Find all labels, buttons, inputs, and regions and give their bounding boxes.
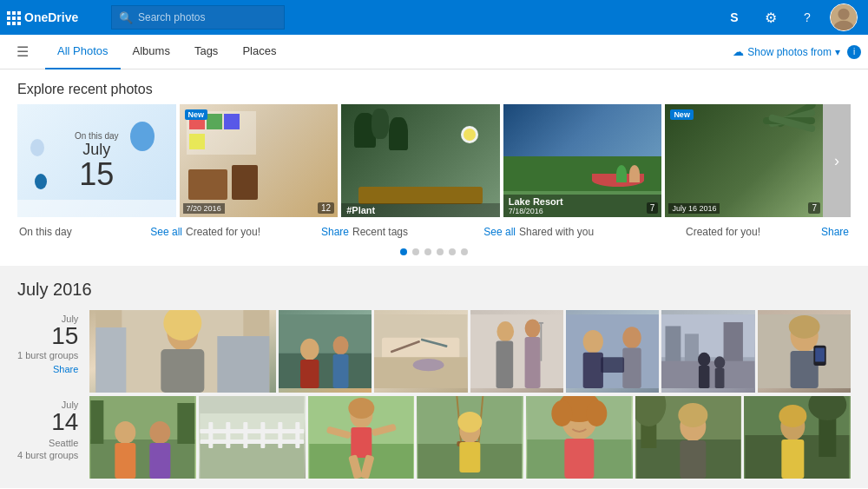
svg-point-101 — [678, 403, 707, 427]
svg-rect-69 — [243, 422, 247, 448]
svg-point-108 — [779, 405, 807, 427]
svg-rect-107 — [782, 439, 805, 479]
gallery-group-0: July 15 1 burst groups Share — [17, 310, 851, 393]
svg-point-32 — [583, 330, 603, 354]
info-icon[interactable]: i — [847, 45, 861, 59]
avatar[interactable] — [826, 0, 861, 35]
tab-all-photos[interactable]: All Photos — [45, 35, 121, 69]
photo-item[interactable] — [279, 310, 372, 393]
navbar: ☰ All Photos Albums Tags Places ☁ Show p… — [0, 35, 868, 69]
tab-places[interactable]: Places — [230, 35, 288, 69]
show-photos-button[interactable]: ☁ Show photos from ▾ — [726, 45, 847, 58]
svg-point-24 — [496, 321, 514, 341]
photo-thumb — [308, 396, 415, 479]
search-box[interactable]: 🔍 — [111, 5, 285, 30]
svg-rect-60 — [91, 400, 104, 444]
carousel-item-shared[interactable]: Lake Resort 7/18/2016 7 — [503, 104, 662, 217]
photo-thumb — [744, 396, 851, 479]
skype-icon: S — [730, 10, 738, 24]
count-badge: 12 — [318, 202, 334, 214]
user-avatar — [830, 3, 858, 31]
settings-button[interactable]: ⚙ — [753, 0, 788, 35]
svg-rect-66 — [200, 439, 304, 444]
balloon-small — [30, 139, 44, 156]
svg-rect-88 — [460, 442, 481, 472]
photo-item[interactable] — [374, 310, 467, 393]
svg-point-12 — [300, 339, 319, 360]
hamburger-button[interactable]: ☰ — [7, 36, 38, 68]
photo-item[interactable] — [744, 396, 851, 479]
carousel-labels: On this day See all Created for you! Sha… — [0, 226, 868, 245]
svg-point-89 — [458, 412, 483, 433]
svg-rect-46 — [715, 368, 725, 388]
dot-0[interactable] — [400, 248, 407, 255]
photo-item[interactable] — [89, 310, 276, 393]
tag-overlay: #Plant — [341, 203, 500, 217]
skype-button[interactable]: S — [717, 0, 752, 35]
svg-rect-8 — [96, 327, 127, 393]
count-badge3: 7 — [808, 202, 820, 214]
svg-rect-33 — [583, 353, 603, 388]
count-badge2: 7 — [647, 202, 659, 214]
carousel-item-tags[interactable]: #Plant — [341, 104, 500, 217]
photo-item[interactable] — [758, 310, 851, 393]
gallery-photos-1 — [89, 396, 851, 479]
carousel-track: On this day July 15 — [17, 104, 823, 217]
photo-thumb — [635, 396, 742, 479]
new-badge2: New — [670, 109, 694, 120]
app-logo[interactable]: OneDrive — [7, 10, 111, 24]
carousel-item-created1[interactable]: New 7/20 2016 12 — [180, 104, 339, 217]
dropdown-arrow-icon: ▾ — [835, 46, 840, 58]
photo-item[interactable] — [470, 310, 563, 393]
topbar-icons: S ⚙ ? — [717, 0, 861, 35]
photo-item[interactable] — [526, 396, 633, 479]
photo-thumb — [758, 310, 851, 393]
carousel-label-3: Shared with you — [517, 226, 684, 238]
app-name: OneDrive — [24, 10, 78, 24]
gallery-photos-0 — [89, 310, 851, 393]
dot-1[interactable] — [412, 248, 419, 255]
photo-item[interactable] — [417, 396, 523, 479]
photo-thumb — [374, 310, 467, 393]
hamburger-icon: ☰ — [16, 43, 29, 60]
svg-rect-44 — [699, 366, 710, 388]
svg-rect-57 — [115, 443, 136, 479]
photo-item[interactable] — [661, 310, 754, 393]
svg-point-34 — [622, 327, 641, 348]
carousel-item-on-this-day[interactable]: On this day July 15 — [17, 104, 176, 217]
svg-point-26 — [524, 319, 540, 337]
dot-5[interactable] — [461, 248, 468, 255]
dot-4[interactable] — [449, 248, 456, 255]
photo-item[interactable] — [199, 396, 306, 479]
svg-rect-9 — [218, 336, 270, 393]
svg-rect-61 — [178, 403, 195, 444]
help-button[interactable]: ? — [790, 0, 825, 35]
tab-tags[interactable]: Tags — [182, 35, 230, 69]
svg-point-43 — [698, 353, 710, 367]
gallery-group-1: July 14 Seattle 4 burst groups — [17, 396, 851, 479]
photo-thumb — [279, 310, 372, 393]
carousel-label-4: Created for you! Share — [684, 226, 851, 238]
nav-tabs: All Photos Albums Tags Places — [45, 35, 288, 69]
photo-item[interactable] — [566, 310, 659, 393]
carousel-dots — [0, 245, 868, 266]
carousel-item-created2[interactable]: New July 16 2016 7 — [665, 104, 823, 217]
photo-thumb — [526, 396, 633, 479]
svg-rect-100 — [680, 440, 706, 479]
photo-item[interactable] — [308, 396, 415, 479]
svg-rect-93 — [564, 439, 594, 479]
dot-3[interactable] — [437, 248, 444, 255]
date-badge: 7/20 2016 — [183, 203, 225, 214]
photo-thumb — [89, 310, 276, 393]
search-input[interactable] — [138, 11, 260, 23]
photo-thumb — [566, 310, 659, 393]
svg-rect-72 — [295, 422, 299, 448]
photo-item[interactable] — [635, 396, 742, 479]
gallery-month: July 2016 — [17, 280, 851, 300]
dot-2[interactable] — [424, 248, 431, 255]
photo-item[interactable] — [89, 396, 196, 479]
waffle-icon[interactable] — [7, 11, 19, 23]
carousel-next-button[interactable]: › — [823, 104, 851, 217]
main-content: Explore recent photos On this day July 1… — [0, 69, 868, 489]
tab-albums[interactable]: Albums — [121, 35, 182, 69]
